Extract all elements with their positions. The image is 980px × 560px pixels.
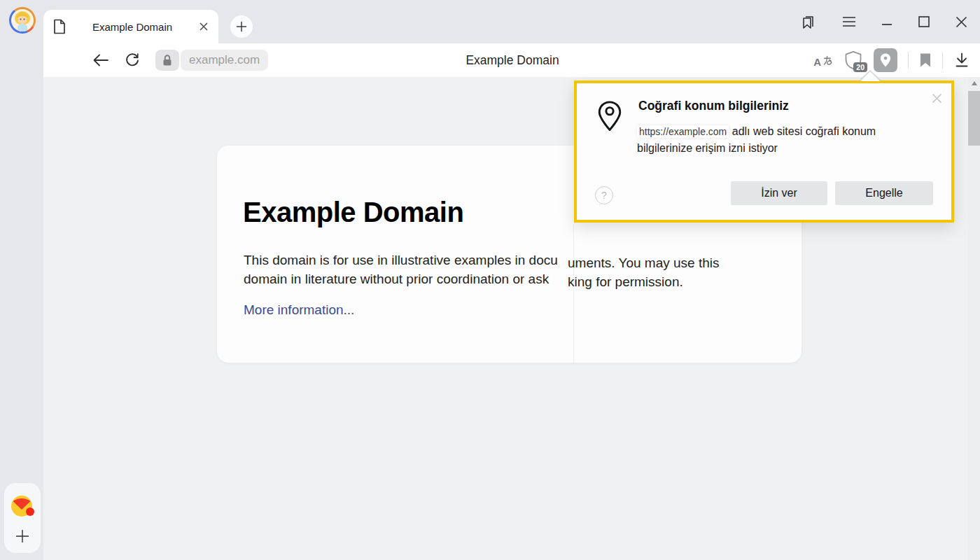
profile-avatar[interactable] <box>9 7 36 34</box>
popup-title: Coğrafi konum bilgileriniz <box>638 99 789 113</box>
toolbar: example.com Example Domain A 20 <box>43 43 980 77</box>
minimize-button[interactable] <box>881 16 892 27</box>
scroll-thumb[interactable] <box>968 91 980 146</box>
scroll-up-button[interactable] <box>968 77 980 90</box>
url-text: example.com <box>181 50 268 71</box>
protect-shield-icon[interactable]: 20 <box>844 50 863 71</box>
popup-body: https://example.com adlı web sitesi coğr… <box>637 123 917 156</box>
tab-example-domain[interactable]: Example Domain <box>43 10 218 43</box>
allow-button[interactable]: İzin ver <box>731 181 827 205</box>
paragraph-line: This domain is for use in illustrative e… <box>244 251 573 270</box>
toolbar-separator <box>908 52 909 69</box>
page-title: Example Domain <box>465 53 559 68</box>
sidebar-dock <box>4 483 41 553</box>
url-bar[interactable]: example.com <box>155 50 268 71</box>
origin-chip: https://example.com <box>637 125 729 138</box>
add-shortcut-button[interactable] <box>15 529 29 543</box>
mail-app-icon[interactable] <box>9 493 36 519</box>
paragraph-line: domain in literature without prior coord… <box>244 270 573 288</box>
popup-body-text: adlı web sitesi coğrafi konum <box>729 125 876 137</box>
card-seam <box>573 224 574 363</box>
plus-icon <box>236 21 247 32</box>
paragraph-line: uments. You may use this <box>568 253 720 272</box>
translate-icon[interactable]: A <box>813 55 833 66</box>
close-icon <box>932 93 942 104</box>
paragraph-left: This domain is for use in illustrative e… <box>244 251 573 288</box>
bookmark-page-icon[interactable] <box>919 52 932 68</box>
download-icon[interactable] <box>953 52 970 69</box>
geolocation-button[interactable] <box>874 48 897 72</box>
avatar-face <box>11 9 34 31</box>
lock-icon <box>155 50 179 71</box>
reload-button[interactable] <box>125 52 140 68</box>
maximize-button[interactable] <box>918 15 930 28</box>
deny-button[interactable]: Engelle <box>835 181 933 205</box>
plus-icon <box>15 529 29 543</box>
popup-caret-fill <box>860 71 880 81</box>
new-tab-button[interactable] <box>230 15 253 38</box>
help-button[interactable]: ? <box>595 186 613 204</box>
geolocation-permission-popup: Coğrafi konum bilgileriniz https://examp… <box>574 80 954 223</box>
toolbar-separator <box>942 52 943 69</box>
menu-icon[interactable] <box>842 16 856 27</box>
sidebar <box>0 0 43 560</box>
paragraph-line: king for permission. <box>568 272 720 291</box>
scrollbar[interactable] <box>968 77 980 560</box>
browser-window: Example Domain <box>0 0 980 560</box>
location-pin-icon <box>596 96 623 136</box>
popup-close-button[interactable] <box>930 92 943 104</box>
more-information-link[interactable]: More information... <box>244 302 354 318</box>
paragraph-right: uments. You may use this king for permis… <box>568 253 720 291</box>
location-pin-icon <box>879 52 892 68</box>
collections-icon[interactable] <box>800 13 817 30</box>
page-document-icon <box>53 19 66 34</box>
tab-title: Example Domain <box>66 21 199 33</box>
close-window-button[interactable] <box>955 16 967 28</box>
popup-body-text-line2: bilgilerinize erişim izni istiyor <box>637 142 778 154</box>
tab-close-icon[interactable] <box>199 22 209 31</box>
page-heading: Example Domain <box>243 197 463 228</box>
back-button[interactable] <box>92 53 109 67</box>
